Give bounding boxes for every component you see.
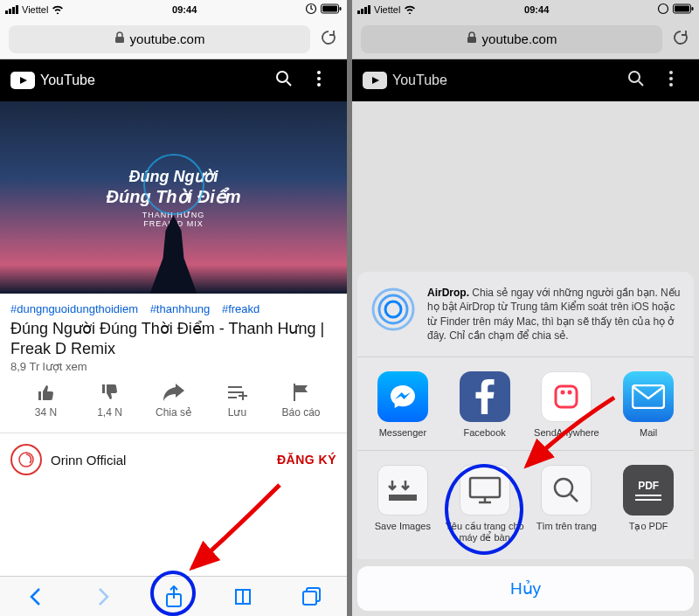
report-button[interactable]: Báo cáo (269, 382, 333, 419)
svg-rect-27 (556, 386, 577, 407)
reload-button[interactable] (319, 28, 338, 51)
like-button[interactable]: 34 N (14, 382, 78, 419)
action-create-pdf[interactable]: PDF Tạo PDF (608, 465, 689, 543)
flag-icon (269, 382, 333, 403)
mail-icon (623, 371, 674, 422)
svg-point-25 (379, 295, 407, 323)
pdf-icon: PDF (623, 465, 674, 516)
app-label: Facebook (445, 427, 525, 438)
subscribe-button[interactable]: ĐĂNG KÝ (277, 453, 336, 467)
svg-rect-3 (322, 6, 337, 12)
svg-rect-4 (115, 37, 124, 43)
youtube-logo[interactable]: YouTube (10, 72, 95, 89)
share-sheet-button[interactable] (139, 577, 208, 616)
signal-icon (5, 5, 18, 14)
svg-point-28 (561, 391, 565, 395)
status-bar: Viettel 09:44 (0, 0, 347, 19)
channel-row[interactable]: Orinn Official ĐĂNG KÝ (0, 433, 347, 486)
svg-rect-32 (470, 478, 500, 497)
svg-point-7 (317, 71, 321, 74)
airdrop-text: AirDrop. Chia sẻ ngay với những người gầ… (427, 286, 682, 343)
svg-rect-2 (339, 7, 341, 10)
rotation-lock-icon (305, 3, 317, 17)
video-title[interactable]: Đúng Người Đúng Thời Điểm - Thanh Hưng |… (10, 319, 336, 358)
share-apps-row: Messenger Facebook SendAnywhere Mail (357, 357, 694, 451)
messenger-icon (377, 371, 428, 422)
youtube-search-button[interactable] (266, 70, 301, 91)
dislike-count: 1,4 N (78, 406, 142, 419)
sendanywhere-icon (541, 371, 592, 422)
lock-icon (114, 31, 125, 46)
bookmarks-button[interactable] (208, 577, 277, 616)
app-label: Messenger (363, 427, 443, 438)
safari-toolbar (0, 576, 347, 616)
svg-point-6 (277, 72, 287, 82)
wifi-icon (52, 4, 64, 16)
save-button[interactable]: Lưu (205, 382, 269, 419)
share-app-mail[interactable]: Mail (608, 371, 689, 438)
url-host: youtube.com (130, 31, 205, 46)
share-label: Chia sẻ (142, 406, 205, 419)
airdrop-section[interactable]: AirDrop. Chia sẻ ngay với những người gầ… (357, 272, 694, 357)
hashtags: #dungnguoidungthoidiem #thanhhung #freak… (10, 302, 336, 315)
tabs-button[interactable] (278, 577, 347, 616)
avatar (10, 444, 42, 475)
video-thumbnail[interactable]: Đúng Người Đúng Thời Điểm THANH HƯNG FRE… (0, 101, 347, 294)
hashtag-link[interactable]: #thanhhung (150, 302, 211, 315)
facebook-icon (460, 371, 510, 422)
hashtag-link[interactable]: #dungnguoidungthoidiem (10, 302, 138, 315)
cancel-button[interactable]: Hủy (357, 566, 694, 611)
carrier-label: Viettel (22, 4, 48, 15)
share-sheet: AirDrop. Chia sẻ ngay với những người gầ… (352, 272, 699, 616)
share-arrow-icon (142, 382, 205, 403)
svg-point-24 (385, 301, 401, 317)
share-app-messenger[interactable]: Messenger (363, 371, 443, 438)
save-images-icon (377, 465, 428, 516)
youtube-brand: YouTube (40, 73, 95, 88)
url-bar: youtube.com (0, 19, 347, 59)
action-label: Tạo PDF (608, 521, 689, 532)
share-actions-row: Save Images Yêu cầu trang cho máy để bàn… (357, 451, 694, 559)
dislike-button[interactable]: 1,4 N (78, 382, 142, 419)
app-label: Mail (608, 427, 689, 438)
share-app-facebook[interactable]: Facebook (445, 371, 525, 438)
hashtag-link[interactable]: #freakd (222, 302, 260, 315)
view-count: 8,9 Tr lượt xem (10, 360, 336, 373)
clock: 09:44 (172, 4, 197, 15)
app-label: SendAnywhere (527, 427, 607, 438)
video-info: #dungnguoidungthoidiem #thanhhung #freak… (0, 294, 347, 433)
phone-left: Viettel 09:44 youtube.com (0, 0, 347, 616)
action-label: Save Images (363, 521, 443, 531)
back-button[interactable] (0, 577, 69, 616)
save-label: Lưu (205, 406, 269, 419)
share-button[interactable]: Chia sẻ (142, 382, 205, 419)
search-icon (541, 465, 592, 516)
action-label: Tìm trên trang (527, 521, 607, 531)
action-save-images[interactable]: Save Images (363, 465, 443, 543)
svg-point-8 (317, 77, 321, 80)
like-count: 34 N (14, 406, 78, 419)
action-request-desktop[interactable]: Yêu cầu trang cho máy để bàn (445, 465, 525, 543)
svg-point-9 (317, 83, 321, 87)
action-find-on-page[interactable]: Tìm trên trang (527, 465, 607, 543)
phone-right: Viettel 09:44 youtube.com YouTube (352, 0, 699, 616)
desktop-icon (460, 465, 510, 516)
action-label: Yêu cầu trang cho máy để bàn (445, 521, 525, 543)
battery-icon (321, 3, 342, 16)
forward-button[interactable] (69, 577, 138, 616)
thumbs-down-icon (78, 382, 142, 403)
thumbs-up-icon (14, 382, 78, 403)
svg-point-33 (555, 479, 572, 496)
svg-rect-13 (303, 592, 316, 605)
airdrop-icon (370, 286, 417, 333)
video-actions: 34 N 1,4 N Chia sẻ Lưu Báo cáo (10, 373, 336, 424)
share-app-sendanywhere[interactable]: SendAnywhere (527, 371, 607, 438)
svg-point-29 (568, 391, 572, 395)
svg-rect-31 (389, 495, 417, 501)
report-label: Báo cáo (269, 406, 333, 419)
youtube-header: YouTube (0, 59, 347, 101)
url-field[interactable]: youtube.com (9, 25, 310, 53)
youtube-menu-button[interactable] (301, 71, 336, 90)
channel-name: Orinn Official (51, 453, 268, 467)
annotation-arrow (183, 476, 288, 581)
